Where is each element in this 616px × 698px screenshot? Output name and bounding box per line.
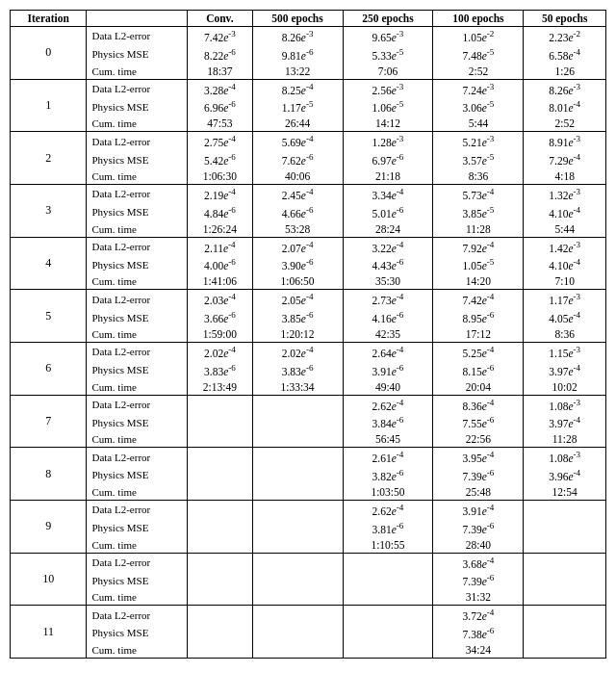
- table-row: Physics MSE7.39e-6: [11, 571, 606, 589]
- data-cell: 56:45: [343, 431, 433, 448]
- col-header-50: 50 epochs: [524, 11, 606, 27]
- data-cell: [343, 624, 433, 642]
- data-cell: 11:28: [524, 431, 606, 448]
- data-cell: 1:06:50: [252, 273, 343, 290]
- data-cell: [343, 589, 433, 606]
- data-cell: 14:12: [343, 116, 433, 132]
- row-label: Data L2-error: [87, 184, 188, 202]
- data-cell: 6.58e-4: [524, 45, 606, 64]
- data-cell: 3.96e-4: [524, 466, 606, 484]
- row-label: Cum. time: [87, 589, 188, 606]
- row-label: Physics MSE: [87, 413, 188, 431]
- col-header-500: 500 epochs: [252, 11, 343, 27]
- data-cell: 2.07e-4: [252, 237, 343, 255]
- data-cell: 7.29e-4: [524, 150, 606, 168]
- table-row: Cum. time1:41:061:06:5035:3014:207:10: [11, 273, 606, 290]
- iter-cell: 5: [11, 290, 87, 343]
- data-cell: 7:06: [343, 64, 433, 80]
- data-cell: 3.95e-4: [433, 448, 524, 466]
- data-cell: [252, 466, 343, 484]
- data-cell: 1.08e-3: [524, 395, 606, 413]
- data-cell: 4.66e-6: [252, 203, 343, 221]
- row-label: Data L2-error: [87, 237, 188, 255]
- table-row: Physics MSE5.42e-67.62e-66.97e-63.57e-57…: [11, 150, 606, 168]
- row-label: Data L2-error: [87, 395, 188, 413]
- data-cell: 2.02e-4: [188, 342, 252, 360]
- row-label: Cum. time: [87, 64, 188, 80]
- iter-cell: 8: [11, 448, 87, 501]
- data-cell: [188, 395, 252, 413]
- data-cell: 5.69e-4: [252, 132, 343, 150]
- data-cell: 1:03:50: [343, 484, 433, 501]
- data-cell: [524, 606, 606, 624]
- table-row: Cum. time1:10:5528:40: [11, 537, 606, 554]
- col-header-iteration: Iteration: [11, 11, 87, 27]
- table-row: Physics MSE4.84e-64.66e-65.01e-63.85e-54…: [11, 203, 606, 221]
- data-cell: [252, 484, 343, 501]
- data-cell: 1:20:12: [252, 326, 343, 343]
- data-cell: [188, 431, 252, 448]
- data-cell: 9.65e-3: [343, 27, 433, 45]
- data-cell: 2.05e-4: [252, 290, 343, 308]
- data-cell: 2.03e-4: [188, 290, 252, 308]
- iter-cell: 0: [11, 27, 87, 80]
- data-cell: [188, 553, 252, 571]
- data-cell: [252, 537, 343, 554]
- iter-cell: 7: [11, 395, 87, 448]
- data-cell: [524, 500, 606, 518]
- data-cell: 2.02e-4: [252, 342, 343, 360]
- data-cell: [524, 642, 606, 659]
- data-cell: 4.43e-6: [343, 255, 433, 273]
- data-cell: 5:44: [433, 116, 524, 132]
- data-cell: [524, 571, 606, 589]
- data-cell: 1.05e-2: [433, 27, 524, 45]
- table-row: 5Data L2-error2.03e-42.05e-42.73e-47.42e…: [11, 290, 606, 308]
- data-cell: 5:44: [524, 221, 606, 238]
- table-row: Physics MSE3.84e-67.55e-63.97e-4: [11, 413, 606, 431]
- data-cell: 28:24: [343, 221, 433, 238]
- table-row: 7Data L2-error2.62e-48.36e-41.08e-3: [11, 395, 606, 413]
- table-row: Cum. time18:3713:227:062:521:26: [11, 64, 606, 80]
- data-cell: 3.57e-5: [433, 150, 524, 168]
- data-cell: 2.62e-4: [343, 395, 433, 413]
- data-cell: 2:13:49: [188, 379, 252, 396]
- data-cell: 3.68e-4: [433, 553, 524, 571]
- row-label: Data L2-error: [87, 290, 188, 308]
- data-cell: 11:28: [433, 221, 524, 238]
- data-cell: 12:54: [524, 484, 606, 501]
- iter-cell: 9: [11, 500, 87, 553]
- table-row: Physics MSE4.00e-63.90e-64.43e-61.05e-54…: [11, 255, 606, 273]
- data-cell: 3.83e-6: [188, 361, 252, 379]
- table-row: Cum. time47:5326:4414:125:442:52: [11, 116, 606, 132]
- table-row: 4Data L2-error2.11e-42.07e-43.22e-47.92e…: [11, 237, 606, 255]
- data-cell: [188, 466, 252, 484]
- table-row: Physics MSE8.22e-69.81e-65.33e-57.48e-56…: [11, 45, 606, 64]
- data-cell: 1.17e-5: [252, 97, 343, 116]
- data-cell: 3.91e-4: [433, 500, 524, 518]
- data-cell: 5.25e-4: [433, 342, 524, 360]
- data-cell: 5.21e-3: [433, 132, 524, 150]
- data-cell: 3.97e-4: [524, 361, 606, 379]
- table-row: Cum. time31:32: [11, 589, 606, 606]
- data-cell: 26:44: [252, 116, 343, 132]
- data-cell: 6.97e-6: [343, 150, 433, 168]
- data-cell: 8.01e-4: [524, 97, 606, 116]
- table-row: Cum. time1:59:001:20:1242:3517:128:36: [11, 326, 606, 343]
- data-cell: 1.06e-5: [343, 97, 433, 116]
- data-cell: [188, 484, 252, 501]
- table-row: Cum. time1:26:2453:2828:2411:285:44: [11, 221, 606, 238]
- data-cell: [252, 519, 343, 537]
- data-cell: [188, 624, 252, 642]
- data-cell: 7.39e-6: [433, 519, 524, 537]
- data-cell: 47:53: [188, 116, 252, 132]
- data-cell: 7.39e-6: [433, 466, 524, 484]
- data-cell: 1:06:30: [188, 168, 252, 185]
- data-cell: [252, 589, 343, 606]
- data-cell: [343, 553, 433, 571]
- data-cell: 35:30: [343, 273, 433, 290]
- data-cell: 2.56e-3: [343, 79, 433, 97]
- col-header-conv: Conv.: [188, 11, 252, 27]
- data-cell: 20:04: [433, 379, 524, 396]
- data-cell: 1:26:24: [188, 221, 252, 238]
- data-cell: 42:35: [343, 326, 433, 343]
